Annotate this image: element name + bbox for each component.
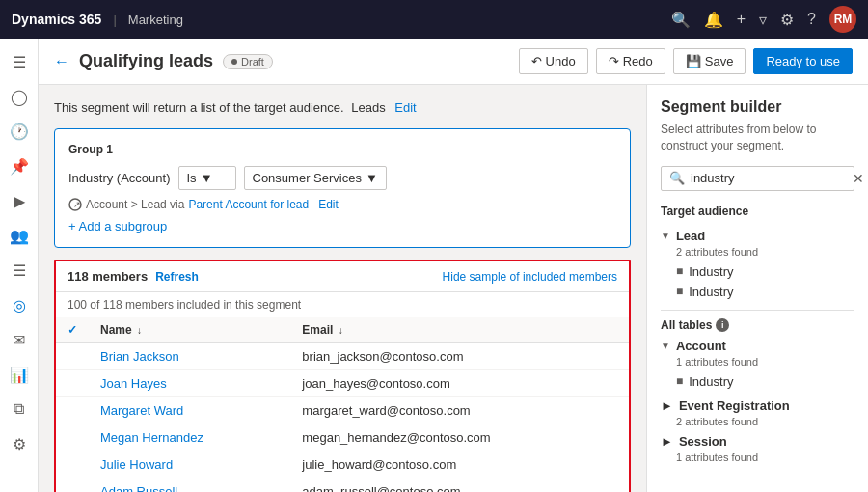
edit-path-link[interactable]: Edit: [318, 198, 339, 211]
lead-section: ▼ Lead 2 attributes found ■ Industry ■ I…: [661, 226, 854, 302]
filter-icon[interactable]: ▿: [759, 11, 767, 29]
draft-badge: Draft: [223, 54, 273, 69]
col-name-header: Name ↓: [89, 317, 290, 343]
sidebar-settings2-icon[interactable]: ⚙: [4, 428, 35, 459]
row-check: [56, 343, 89, 370]
condition-operator[interactable]: Is ▼: [178, 166, 236, 190]
search-icon[interactable]: 🔍: [671, 11, 691, 29]
session-section: ► Session 1 attributes found: [661, 431, 854, 463]
all-tables-header: All tables i: [661, 310, 854, 332]
table-icon-3: ■: [676, 374, 683, 388]
session-section-header[interactable]: ► Session: [661, 431, 854, 451]
table-row: Adam Russell adam_russell@contoso.com: [56, 478, 629, 493]
member-email: brian_jackson@contoso.com: [290, 343, 629, 370]
member-name[interactable]: Megan Hernandez: [89, 424, 290, 451]
session-chevron: ►: [661, 434, 673, 449]
lead-chevron: ▼: [661, 231, 670, 241]
sidebar-target-icon[interactable]: ◎: [4, 289, 35, 320]
back-button[interactable]: ←: [54, 53, 69, 70]
event-section: ► Event Registration 2 attributes found: [661, 396, 854, 427]
members-section: 118 members Refresh Hide sample of inclu…: [54, 260, 631, 492]
member-email: adam_russell@contoso.com: [290, 478, 629, 493]
attribute-search-box[interactable]: 🔍 ✕: [661, 166, 854, 191]
sidebar-pin-icon[interactable]: 📌: [4, 150, 35, 181]
help-icon[interactable]: ?: [807, 11, 816, 28]
edit-audience-link[interactable]: Edit: [394, 100, 416, 115]
group-box: Group 1 Industry (Account) Is ▼ Consumer…: [54, 128, 631, 248]
member-email: julie_howard@contoso.com: [290, 451, 629, 478]
account-industry-item[interactable]: ■ Industry: [661, 371, 854, 392]
account-count: 1 attributes found: [661, 356, 854, 368]
redo-button[interactable]: ↷ Redo: [596, 48, 665, 74]
member-email: margaret_ward@contoso.com: [290, 397, 629, 424]
sidebar-lists-icon[interactable]: ☰: [4, 255, 35, 286]
col-email-header: Email ↓: [290, 317, 629, 343]
sidebar: ☰ ◯ 🕐 📌 ▶ 👥 ☰ ◎ ✉ 📊 ⧉ ⚙: [0, 39, 39, 492]
sidebar-email-icon[interactable]: ✉: [4, 324, 35, 355]
members-subtext: 100 of 118 members included in this segm…: [56, 292, 629, 317]
condition-value[interactable]: Consumer Services ▼: [244, 166, 387, 190]
attribute-search-input[interactable]: [691, 171, 853, 185]
nav-divider: |: [113, 13, 116, 27]
session-count: 1 attributes found: [661, 451, 854, 463]
lead-section-header[interactable]: ▼ Lead: [661, 226, 854, 246]
lead-industry-item-2[interactable]: ■ Industry: [661, 282, 854, 302]
parent-account-link[interactable]: Parent Account for lead: [188, 198, 309, 211]
sidebar-play-icon[interactable]: ▶: [4, 185, 35, 216]
row-check: [56, 478, 89, 493]
member-email: joan_hayes@contoso.com: [290, 370, 629, 397]
search-icon: 🔍: [669, 171, 685, 185]
condition-row: Industry (Account) Is ▼ Consumer Service…: [68, 166, 616, 190]
member-name[interactable]: Julie Howard: [89, 451, 290, 478]
name-sort-icon[interactable]: ↓: [137, 325, 142, 336]
email-sort-icon[interactable]: ↓: [339, 325, 343, 336]
main-content: ← Qualifying leads Draft ↶ Undo ↷ Redo 💾: [39, 39, 868, 492]
member-name[interactable]: Margaret Ward: [89, 397, 290, 424]
member-name[interactable]: Adam Russell: [89, 478, 290, 493]
sidebar-chart-icon[interactable]: 📊: [4, 359, 35, 390]
table-row: Julie Howard julie_howard@contoso.com: [56, 451, 629, 478]
event-section-header[interactable]: ► Event Registration: [661, 396, 854, 416]
row-check: [56, 397, 89, 424]
table-row: Megan Hernandez megan_hernandez@contoso.…: [56, 424, 629, 451]
account-chevron: ▼: [661, 341, 670, 351]
sidebar-home-icon[interactable]: ◯: [4, 81, 35, 112]
event-chevron: ►: [661, 398, 673, 413]
save-button[interactable]: 💾 Save: [673, 48, 746, 74]
user-avatar[interactable]: RM: [829, 6, 856, 33]
top-navigation: Dynamics 365 | Marketing 🔍 🔔 + ▿ ⚙ ? RM: [0, 0, 868, 39]
check-all-icon[interactable]: ✓: [68, 323, 77, 337]
app-name: Marketing: [128, 13, 183, 27]
account-section-header[interactable]: ▼ Account: [661, 336, 854, 356]
row-check: [56, 424, 89, 451]
table-row: Joan Hayes joan_hayes@contoso.com: [56, 370, 629, 397]
ready-button[interactable]: Ready to use: [753, 48, 853, 74]
member-name[interactable]: Joan Hayes: [89, 370, 290, 397]
undo-icon: ↶: [531, 54, 542, 68]
notifications-icon[interactable]: 🔔: [704, 11, 723, 29]
event-count: 2 attributes found: [661, 416, 854, 427]
group-label: Group 1: [68, 143, 616, 156]
svg-text:↗: ↗: [73, 200, 81, 209]
add-subgroup-button[interactable]: + Add a subgroup: [68, 219, 616, 233]
sidebar-recent-icon[interactable]: 🕐: [4, 116, 35, 147]
account-section: ▼ Account 1 attributes found ■ Industry: [661, 336, 854, 392]
nav-icons: 🔍 🔔 + ▿ ⚙ ? RM: [671, 6, 856, 33]
lead-industry-item-1[interactable]: ■ Industry: [661, 261, 854, 282]
sidebar-menu-icon[interactable]: ☰: [4, 46, 35, 77]
add-icon[interactable]: +: [737, 11, 746, 28]
hide-members-button[interactable]: Hide sample of included members: [443, 270, 617, 284]
sidebar-contacts-icon[interactable]: 👥: [4, 220, 35, 251]
refresh-button[interactable]: Refresh: [155, 270, 199, 284]
sidebar-stack-icon[interactable]: ⧉: [4, 394, 35, 424]
undo-button[interactable]: ↶ Undo: [519, 48, 588, 74]
table-row: Brian Jackson brian_jackson@contoso.com: [56, 343, 629, 370]
all-tables-info-icon[interactable]: i: [716, 318, 729, 332]
builder-desc: Select attributes from below to construc…: [661, 122, 854, 154]
settings-icon[interactable]: ⚙: [780, 11, 794, 29]
segment-editor: This segment will return a list of the t…: [39, 85, 646, 492]
search-clear-icon[interactable]: ✕: [853, 171, 864, 186]
member-name[interactable]: Brian Jackson: [89, 343, 290, 370]
builder-title: Segment builder: [661, 98, 854, 116]
content-area: This segment will return a list of the t…: [39, 85, 868, 492]
